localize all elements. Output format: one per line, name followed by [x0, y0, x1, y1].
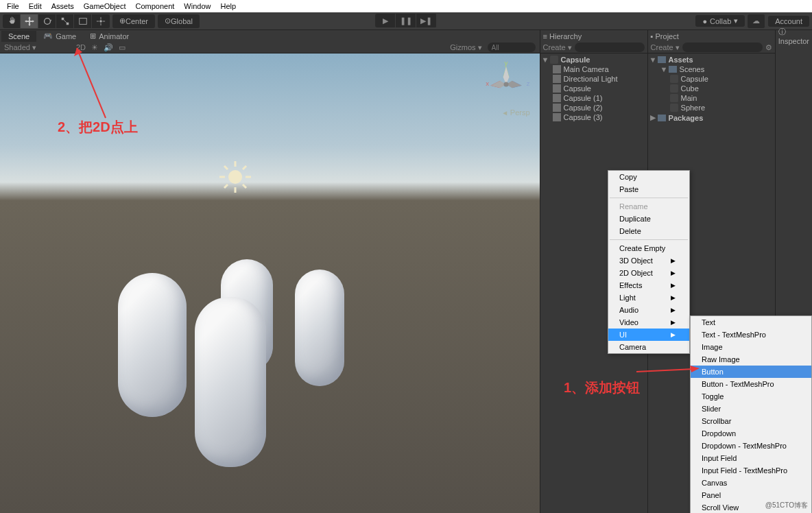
- submenu-scrollbar[interactable]: Scrollbar: [691, 415, 811, 427]
- scenes-folder[interactable]: ▼Scenes: [648, 64, 775, 74]
- submenu-image[interactable]: Image: [691, 341, 811, 353]
- scene-icon: [550, 56, 558, 64]
- menu-assets[interactable]: Assets: [47, 1, 78, 12]
- scene-icon: [670, 75, 678, 83]
- orientation-gizmo[interactable]: y z x: [482, 60, 530, 108]
- submenu-canvas[interactable]: Canvas: [691, 477, 811, 489]
- tab-scene[interactable]: Scene: [1, 31, 36, 42]
- cloud-icon[interactable]: ☁: [748, 14, 765, 28]
- svg-line-14: [224, 184, 228, 188]
- svg-marker-23: [503, 67, 509, 84]
- scene-asset[interactable]: Capsule: [648, 74, 775, 84]
- transform-tool[interactable]: [92, 14, 110, 28]
- scene-asset[interactable]: Main: [648, 93, 775, 103]
- menu-edit[interactable]: Edit: [25, 1, 46, 12]
- collab-button[interactable]: ● Collab ▾: [695, 15, 745, 27]
- menu-light[interactable]: Light▶: [608, 291, 689, 304]
- rotate-tool[interactable]: [38, 14, 56, 28]
- pause-button[interactable]: ❚❚: [396, 14, 416, 27]
- hand-tool[interactable]: [3, 14, 21, 28]
- light-icon[interactable]: ☀: [91, 43, 98, 52]
- scene-asset[interactable]: Cube: [648, 84, 775, 93]
- submenu-input-tmp[interactable]: Input Field - TextMeshPro: [691, 464, 811, 477]
- hierarchy-search[interactable]: [575, 43, 645, 52]
- account-button[interactable]: Account: [768, 16, 809, 27]
- 2d-toggle[interactable]: 2D: [76, 43, 86, 51]
- submenu-text[interactable]: Text: [691, 316, 811, 329]
- menu-delete[interactable]: Delete: [608, 225, 689, 237]
- submenu-dropdown-tmp[interactable]: Dropdown - TextMeshPro: [691, 440, 811, 452]
- submenu-raw-image[interactable]: Raw Image: [691, 353, 811, 366]
- hierarchy-tab[interactable]: ≡ Hierarchy: [543, 32, 582, 40]
- scene-icon: [670, 84, 678, 93]
- menubar: File Edit Assets GameObject Component Wi…: [0, 0, 812, 12]
- menu-paste[interactable]: Paste: [608, 183, 689, 195]
- scene-asset[interactable]: Sphere: [648, 103, 775, 112]
- hierarchy-item[interactable]: Capsule: [540, 84, 647, 93]
- audio-icon[interactable]: 🔊: [104, 43, 113, 52]
- assets-folder[interactable]: ▼Assets: [648, 55, 775, 64]
- hierarchy-item[interactable]: Directional Light: [540, 74, 647, 84]
- svg-line-13: [243, 166, 246, 169]
- capsule-obj[interactable]: [295, 270, 344, 386]
- menu-create-empty[interactable]: Create Empty: [608, 242, 689, 254]
- persp-label[interactable]: ◄ Persp: [501, 108, 529, 117]
- hierarchy-item[interactable]: Capsule (2): [540, 103, 647, 112]
- create-dropdown[interactable]: Create ▾: [543, 43, 572, 52]
- submenu-input[interactable]: Input Field: [691, 452, 811, 464]
- hierarchy-item[interactable]: Capsule (1): [540, 93, 647, 103]
- svg-point-6: [228, 170, 242, 184]
- menu-rename: Rename: [608, 200, 689, 213]
- menu-effects[interactable]: Effects▶: [608, 279, 689, 291]
- play-button[interactable]: ▶: [375, 14, 396, 27]
- submenu-slider[interactable]: Slider: [691, 403, 811, 415]
- menu-window[interactable]: Window: [180, 1, 215, 12]
- hierarchy-item[interactable]: Capsule (3): [540, 112, 647, 122]
- hierarchy-item[interactable]: Main Camera: [540, 64, 647, 74]
- viewport[interactable]: y z x ◄ Persp: [0, 53, 540, 513]
- create-dropdown[interactable]: Create ▾: [651, 43, 680, 52]
- submenu-button[interactable]: Button: [691, 366, 811, 378]
- packages-folder[interactable]: ▶Packages: [648, 112, 775, 123]
- scene-search[interactable]: [488, 43, 536, 52]
- fx-icon[interactable]: ▭: [119, 43, 126, 52]
- rect-tool[interactable]: [74, 14, 92, 28]
- menu-video[interactable]: Video▶: [608, 316, 689, 329]
- tab-game[interactable]: 🎮 Game: [36, 30, 83, 42]
- menu-3d-object[interactable]: 3D Object▶: [608, 254, 689, 267]
- menu-gameobject[interactable]: GameObject: [80, 1, 130, 12]
- submenu-toggle[interactable]: Toggle: [691, 390, 811, 403]
- directional-light-gizmo[interactable]: [218, 160, 252, 194]
- submenu-button-tmp[interactable]: Button - TextMeshPro: [691, 378, 811, 390]
- shading-dropdown[interactable]: Shaded ▾: [4, 43, 36, 52]
- menu-2d-object[interactable]: 2D Object▶: [608, 267, 689, 279]
- context-menu-gameobject: Copy Paste Rename Duplicate Delete Creat…: [608, 170, 690, 354]
- space-button[interactable]: ⊙ Global: [158, 14, 200, 28]
- inspector-tab[interactable]: ⓘ Inspector: [778, 27, 809, 45]
- filter-icon[interactable]: ⚙: [765, 43, 772, 52]
- menu-ui[interactable]: UI▶: [608, 329, 689, 341]
- menu-camera[interactable]: Camera: [608, 341, 689, 353]
- menu-duplicate[interactable]: Duplicate: [608, 213, 689, 225]
- project-search[interactable]: [682, 43, 763, 52]
- gizmos-dropdown[interactable]: Gizmos ▾: [450, 43, 481, 52]
- submenu-text-tmp[interactable]: Text - TextMeshPro: [691, 329, 811, 341]
- menu-file[interactable]: File: [3, 1, 23, 12]
- transform-tools: [3, 14, 110, 28]
- move-tool[interactable]: [21, 14, 38, 28]
- scale-tool[interactable]: [56, 14, 74, 28]
- capsule-obj[interactable]: [118, 273, 187, 417]
- menu-audio[interactable]: Audio▶: [608, 304, 689, 316]
- capsule-obj[interactable]: [195, 297, 266, 467]
- step-button[interactable]: ▶❚: [416, 14, 437, 27]
- scene-panel: Scene 🎮 Game ⊞ Animator Shaded ▾ 2D ☀ 🔊 …: [0, 30, 540, 513]
- menu-help[interactable]: Help: [216, 1, 240, 12]
- menu-component[interactable]: Component: [131, 1, 178, 12]
- menu-copy[interactable]: Copy: [608, 171, 689, 183]
- tab-animator[interactable]: ⊞ Animator: [83, 30, 136, 42]
- pivot-button[interactable]: ⊕ Center: [112, 14, 155, 28]
- project-tab[interactable]: ▪ Project: [651, 32, 679, 40]
- submenu-panel[interactable]: Panel: [691, 489, 811, 501]
- submenu-dropdown[interactable]: Dropdown: [691, 427, 811, 440]
- scene-root[interactable]: ▼Capsule: [540, 55, 647, 64]
